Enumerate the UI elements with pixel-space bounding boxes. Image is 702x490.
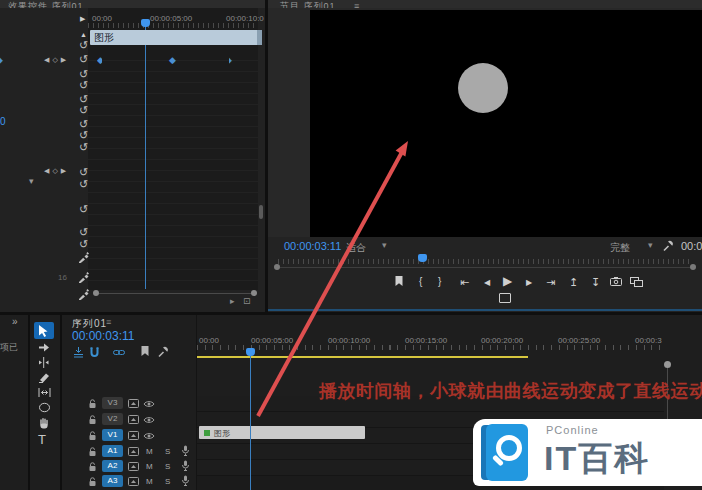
slip-tool[interactable] [38,387,51,398]
track-output-eye-icon[interactable] [143,432,155,440]
reset-parameter-icon[interactable]: ↺ [79,130,88,140]
timeline-timecode[interactable]: 00:00:03:11 [72,329,135,343]
snap-magnet-icon[interactable] [89,347,100,358]
panel-menu-icon[interactable]: ≡ [354,1,360,8]
chevron-down-icon[interactable]: ▾ [648,240,653,250]
ec-mini-play-icon[interactable]: ▸ [230,296,235,306]
mute-button[interactable]: M [146,477,153,486]
panel-menu-icon[interactable]: ≡ [106,317,111,327]
export-frame-camera-icon[interactable] [610,277,622,286]
step-back-icon[interactable]: ◀ [484,276,490,290]
add-keyframe-icon[interactable]: ◇ [52,167,60,174]
effect-controls-tab-label[interactable]: 效果控件 序列01 [8,0,84,8]
ec-vertical-scrollbar[interactable] [259,205,263,219]
next-keyframe-icon[interactable]: ▶ [61,56,69,63]
keyframe-start[interactable]: ◆ [97,56,102,66]
reset-parameter-icon[interactable]: ↺ [79,80,88,90]
expand-panel-icon[interactable]: » [12,316,18,327]
tl-ruler-ticks[interactable] [197,345,664,350]
timeline-playhead-handle[interactable] [246,348,255,356]
selection-tool[interactable] [34,322,54,339]
keyframe-nav-buttons[interactable]: ◀◇▶ [44,167,69,175]
eyedropper-icon[interactable] [78,288,90,300]
keyframe-end[interactable]: ◆ [229,56,234,66]
scrollbar-knob[interactable] [690,264,696,270]
track-badge-a2[interactable]: A2 [102,460,123,472]
reset-parameter-icon[interactable]: ↺ [79,239,88,249]
ec-playhead-handle[interactable] [141,19,150,27]
keyframe-half-left-edge[interactable]: ◆ [0,56,5,66]
timeline-view-toggle-icon[interactable]: ▶ [80,15,85,23]
add-marker-icon[interactable] [140,346,150,357]
chevron-down-icon[interactable]: ▾ [382,240,387,250]
track-output-eye-icon[interactable] [143,416,155,424]
program-zoom-scrollbar[interactable] [274,263,696,271]
solo-button[interactable]: S [165,462,170,471]
track-badge-a3[interactable]: A3 [102,475,123,487]
program-timecode[interactable]: 00:00:03:11 [284,240,341,252]
track-badge-a1[interactable]: A1 [102,445,123,457]
ripple-edit-tool[interactable] [38,357,50,368]
lift-icon[interactable]: ↥ [569,275,578,289]
track-select-forward-tool[interactable] [38,342,50,353]
track-lock-icon[interactable] [88,447,97,457]
eyedropper-icon[interactable] [78,271,90,283]
sync-lock-icon[interactable] [128,415,139,424]
sync-lock-icon[interactable] [128,431,139,440]
razor-tool[interactable] [38,372,50,383]
mark-out-icon[interactable]: } [438,275,441,289]
track-lock-icon[interactable] [88,462,97,472]
extract-icon[interactable]: ↧ [591,275,600,289]
reset-parameter-icon[interactable]: ↺ [79,69,88,79]
safe-margins-button[interactable] [499,293,511,303]
next-keyframe-icon[interactable]: ▶ [61,167,69,174]
track-badge-v1[interactable]: V1 [102,429,123,441]
playback-resolution-dropdown[interactable]: 完整 [610,241,630,255]
track-output-eye-icon[interactable] [143,400,155,408]
track-lock-icon[interactable] [88,477,97,487]
reset-parameter-icon[interactable]: ↺ [79,119,88,129]
insert-overwrite-icon[interactable] [73,347,84,358]
go-to-out-icon[interactable]: ⇥ [546,275,555,289]
track-badge-v2[interactable]: V2 [102,413,123,425]
collapse-track-icon[interactable]: ▲ [80,31,87,38]
linked-selection-icon[interactable] [113,347,125,358]
track-lock-icon[interactable] [88,399,97,409]
sync-lock-icon[interactable] [128,477,139,486]
add-marker-icon[interactable] [394,276,404,287]
ellipse-tool[interactable] [38,402,51,413]
reset-parameter-icon[interactable]: ↺ [79,94,88,104]
ec-value-fragment[interactable]: 0 [0,116,6,127]
mark-in-icon[interactable]: { [419,275,422,289]
solo-button[interactable]: S [165,477,170,486]
type-tool[interactable]: T [38,432,46,447]
reset-parameter-icon[interactable]: ↺ [79,54,88,64]
sync-lock-icon[interactable] [128,399,139,408]
track-badge-v3[interactable]: V3 [102,397,123,409]
fit-dropdown[interactable]: 适合 [346,241,366,255]
program-monitor-tab-bar[interactable]: 节目 序列01 ≡ [268,0,702,8]
sync-lock-icon[interactable] [128,462,139,471]
comparison-view-icon[interactable] [630,277,643,287]
voiceover-mic-icon[interactable] [181,460,190,472]
track-lock-icon[interactable] [88,431,97,441]
reset-parameter-icon[interactable]: ↺ [79,167,88,177]
scrollbar-knob[interactable] [664,361,671,368]
graphics-clip[interactable]: 图形 [199,426,365,439]
reset-parameter-icon[interactable]: ↺ [79,204,88,214]
mute-button[interactable]: M [146,462,153,471]
eyedropper-icon[interactable] [78,251,90,263]
step-forward-icon[interactable]: ▶ [526,276,532,290]
settings-wrench-icon[interactable] [662,240,674,252]
go-to-in-icon[interactable]: ⇤ [460,275,469,289]
voiceover-mic-icon[interactable] [181,445,190,457]
program-tab-label[interactable]: 节目 序列01 [280,0,336,8]
effect-controls-tab-bar[interactable]: 效果控件 序列01 [0,0,265,8]
keyframe-middle[interactable]: ◆ [169,56,176,65]
ec-mini-export-icon[interactable]: ⊡ [243,296,251,306]
mute-button[interactable]: M [146,447,153,456]
reset-parameter-icon[interactable]: ↺ [79,179,88,189]
reset-parameter-icon[interactable]: ↺ [79,40,88,50]
ec-selected-clip-bar[interactable]: 图形 [90,30,262,45]
program-playhead-handle[interactable] [418,254,427,262]
